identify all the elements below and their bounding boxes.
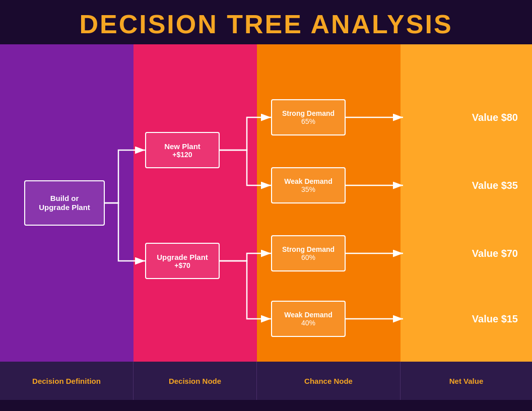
- page-header: DECISION TREE ANALYSIS: [0, 0, 532, 44]
- footer-decision-node: Decision Node: [134, 362, 257, 400]
- col-decision-definition: [0, 44, 134, 362]
- col-decision-node: [134, 44, 257, 362]
- footer-decision-definition: Decision Definition: [0, 362, 134, 400]
- page-title: DECISION TREE ANALYSIS: [0, 9, 532, 39]
- main-content: Build or Upgrade Plant New Plant +$120 U…: [0, 44, 532, 362]
- col-net-value: [401, 44, 532, 362]
- footer-net-value: Net Value: [401, 362, 532, 400]
- col-chance-node: [257, 44, 401, 362]
- footer-chance-node: Chance Node: [257, 362, 401, 400]
- footer: Decision Definition Decision Node Chance…: [0, 362, 532, 400]
